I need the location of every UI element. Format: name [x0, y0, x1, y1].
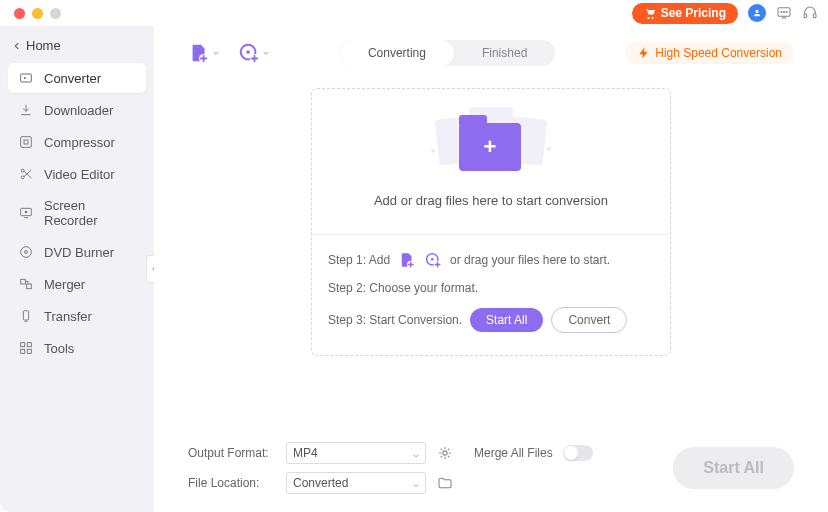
sidebar-item-label: Downloader: [44, 103, 113, 118]
traffic-lights: [10, 8, 61, 19]
dropzone-target[interactable]: + Add or drag files here to start conver…: [312, 89, 670, 234]
file-plus-icon: [188, 42, 210, 64]
sidebar-item-screen-recorder[interactable]: Screen Recorder: [8, 191, 146, 235]
zoom-dot[interactable]: [50, 8, 61, 19]
sparkle-icon: [545, 145, 553, 153]
folder-plus-icon: +: [459, 123, 521, 171]
support-button[interactable]: [802, 5, 818, 21]
svg-point-1: [781, 11, 782, 12]
sidebar-item-label: Screen Recorder: [44, 198, 136, 228]
back-home-label: Home: [26, 38, 61, 53]
sidebar-item-compressor[interactable]: Compressor: [8, 127, 146, 157]
minimize-dot[interactable]: [32, 8, 43, 19]
svg-point-14: [25, 251, 28, 254]
sidebar-item-video-editor[interactable]: Video Editor: [8, 159, 146, 189]
svg-rect-17: [23, 311, 28, 320]
merge-label: Merge All Files: [474, 446, 553, 460]
pricing-label: See Pricing: [661, 6, 726, 20]
transfer-icon: [18, 308, 34, 324]
svg-point-13: [21, 247, 32, 258]
converter-icon: [18, 70, 34, 86]
svg-point-9: [21, 169, 24, 172]
sidebar-item-label: Compressor: [44, 135, 115, 150]
merge-toggle[interactable]: [563, 445, 593, 461]
svg-rect-21: [27, 349, 31, 353]
file-location-select[interactable]: Converted ⌵: [286, 472, 426, 494]
dropzone-wrap: + Add or drag files here to start conver…: [154, 76, 828, 428]
start-all-button[interactable]: Start All: [673, 447, 794, 489]
chevron-down-icon: [262, 49, 270, 57]
step-1-pre: Step 1: Add: [328, 253, 390, 267]
step-3-text: Step 3: Start Conversion.: [328, 313, 462, 327]
chevron-down-icon: ⌵: [413, 448, 419, 459]
svg-rect-7: [21, 137, 32, 148]
chevron-down-icon: [212, 49, 220, 57]
tool-icons: [188, 42, 270, 64]
titlebar: See Pricing: [0, 0, 828, 26]
sidebar-item-tools[interactable]: Tools: [8, 333, 146, 363]
step-1-post: or drag your files here to start.: [450, 253, 610, 267]
sidebar-item-label: DVD Burner: [44, 245, 114, 260]
feedback-button[interactable]: [776, 5, 792, 21]
sidebar-item-dvd-burner[interactable]: DVD Burner: [8, 237, 146, 267]
bottom-left: Output Format: MP4 ⌵ Merge All Files: [188, 442, 593, 494]
chevron-left-icon: [12, 41, 22, 51]
tab-converting[interactable]: Converting: [340, 40, 454, 66]
chevron-down-icon: ⌵: [413, 478, 419, 489]
sidebar-item-label: Video Editor: [44, 167, 115, 182]
bottom-bar: Output Format: MP4 ⌵ Merge All Files: [154, 428, 828, 512]
open-folder-button[interactable]: [436, 474, 454, 492]
tab-finished[interactable]: Finished: [454, 40, 555, 66]
svg-point-30: [443, 451, 447, 455]
chat-icon: [776, 5, 792, 21]
output-format-label: Output Format:: [188, 446, 276, 460]
disc-plus-icon: [238, 42, 260, 64]
output-format-row: Output Format: MP4 ⌵ Merge All Files: [188, 442, 593, 464]
start-all-small-button[interactable]: Start All: [470, 308, 543, 332]
high-speed-label: High Speed Conversion: [655, 46, 782, 60]
svg-rect-20: [21, 349, 25, 353]
tabs-segmented: Converting Finished: [340, 40, 555, 66]
convert-small-button[interactable]: Convert: [551, 307, 627, 333]
folder-illustration: +: [437, 107, 545, 179]
high-speed-conversion-button[interactable]: High Speed Conversion: [625, 42, 794, 64]
account-avatar[interactable]: [748, 4, 766, 22]
headset-icon: [802, 5, 818, 21]
svg-rect-16: [27, 284, 32, 289]
steps-panel: Step 1: Add or drag your files here to s…: [312, 234, 670, 355]
disc-plus-icon: [424, 251, 442, 269]
step-1: Step 1: Add or drag your files here to s…: [328, 251, 654, 269]
close-dot[interactable]: [14, 8, 25, 19]
titlebar-right: See Pricing: [632, 3, 818, 24]
sidebar-item-downloader[interactable]: Downloader: [8, 95, 146, 125]
cart-icon: [644, 7, 656, 19]
add-file-button[interactable]: [188, 42, 220, 64]
add-disc-button[interactable]: [238, 42, 270, 64]
sidebar-item-converter[interactable]: Converter: [8, 63, 146, 93]
svg-rect-4: [804, 14, 807, 18]
app-window: See Pricing Home Converter: [0, 0, 828, 512]
gear-icon: [437, 445, 453, 461]
back-home[interactable]: Home: [8, 36, 146, 61]
tools-grid-icon: [18, 340, 34, 356]
sparkle-icon: [429, 147, 437, 155]
sidebar-item-label: Transfer: [44, 309, 92, 324]
sidebar-item-label: Converter: [44, 71, 101, 86]
merger-icon: [18, 276, 34, 292]
output-format-select[interactable]: MP4 ⌵: [286, 442, 426, 464]
person-icon: [752, 8, 762, 18]
svg-rect-8: [24, 140, 28, 144]
svg-rect-19: [27, 343, 31, 347]
output-format-value: MP4: [293, 446, 318, 460]
sidebar: Home Converter Downloader Compressor: [0, 26, 154, 512]
see-pricing-button[interactable]: See Pricing: [632, 3, 738, 24]
compressor-icon: [18, 134, 34, 150]
format-settings-button[interactable]: [436, 444, 454, 462]
download-icon: [18, 102, 34, 118]
svg-point-2: [783, 11, 784, 12]
svg-point-3: [786, 11, 787, 12]
svg-rect-15: [21, 279, 26, 284]
sidebar-item-transfer[interactable]: Transfer: [8, 301, 146, 331]
sidebar-item-merger[interactable]: Merger: [8, 269, 146, 299]
sidebar-item-label: Merger: [44, 277, 85, 292]
